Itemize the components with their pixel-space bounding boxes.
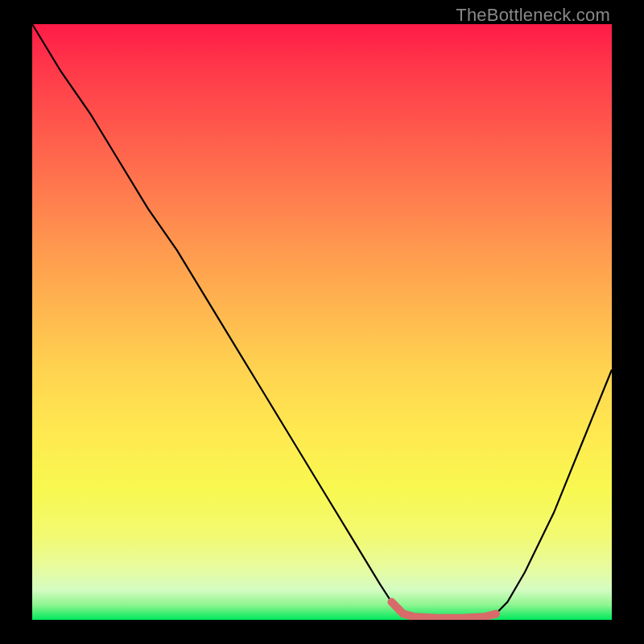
- highlight-curve: [391, 602, 496, 618]
- curve-layer: [32, 24, 612, 620]
- plot-area: [32, 24, 612, 620]
- chart-container: TheBottleneck.com: [0, 0, 644, 644]
- main-curve: [32, 24, 612, 618]
- watermark-text: TheBottleneck.com: [456, 5, 610, 26]
